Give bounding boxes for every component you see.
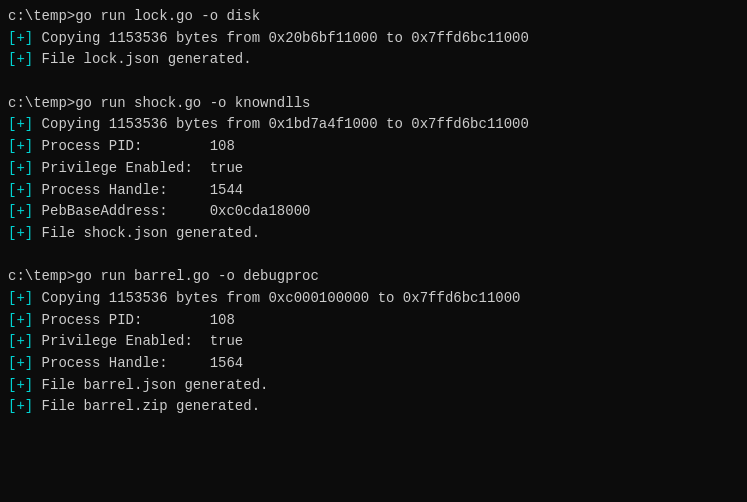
output-text: Privilege Enabled: true bbox=[42, 160, 244, 176]
output-text: Privilege Enabled: true bbox=[42, 333, 244, 349]
prompt-line: c:\temp>go run shock.go -o knowndlls bbox=[8, 93, 739, 115]
output-line: [+] Copying 1153536 bytes from 0x1bd7a4f… bbox=[8, 114, 739, 136]
output-text: Process Handle: 1544 bbox=[42, 182, 244, 198]
output-prefix: [+] bbox=[8, 138, 42, 154]
output-prefix: [+] bbox=[8, 333, 42, 349]
terminal-window: c:\temp>go run lock.go -o disk[+] Copyin… bbox=[8, 6, 739, 496]
output-prefix: [+] bbox=[8, 203, 42, 219]
output-line: [+] Process PID: 108 bbox=[8, 310, 739, 332]
output-prefix: [+] bbox=[8, 225, 42, 241]
output-line: [+] Privilege Enabled: true bbox=[8, 331, 739, 353]
output-prefix: [+] bbox=[8, 355, 42, 371]
output-prefix: [+] bbox=[8, 377, 42, 393]
output-text: File barrel.json generated. bbox=[42, 377, 269, 393]
output-line: [+] PebBaseAddress: 0xc0cda18000 bbox=[8, 201, 739, 223]
output-line: [+] Privilege Enabled: true bbox=[8, 158, 739, 180]
output-prefix: [+] bbox=[8, 51, 42, 67]
output-text: File lock.json generated. bbox=[42, 51, 252, 67]
output-prefix: [+] bbox=[8, 312, 42, 328]
output-line: [+] Process Handle: 1544 bbox=[8, 180, 739, 202]
output-text: Copying 1153536 bytes from 0xc000100000 … bbox=[42, 290, 521, 306]
output-text: Copying 1153536 bytes from 0x1bd7a4f1000… bbox=[42, 116, 529, 132]
output-line: [+] Process Handle: 1564 bbox=[8, 353, 739, 375]
output-line: [+] File shock.json generated. bbox=[8, 223, 739, 245]
output-prefix: [+] bbox=[8, 116, 42, 132]
blank-line bbox=[8, 71, 739, 93]
output-line: [+] File barrel.json generated. bbox=[8, 375, 739, 397]
output-text: File shock.json generated. bbox=[42, 225, 260, 241]
output-text: Process Handle: 1564 bbox=[42, 355, 244, 371]
output-prefix: [+] bbox=[8, 398, 42, 414]
output-line: [+] File barrel.zip generated. bbox=[8, 396, 739, 418]
output-prefix: [+] bbox=[8, 290, 42, 306]
prompt-line: c:\temp>go run lock.go -o disk bbox=[8, 6, 739, 28]
output-text: Process PID: 108 bbox=[42, 312, 235, 328]
output-text: PebBaseAddress: 0xc0cda18000 bbox=[42, 203, 311, 219]
output-prefix: [+] bbox=[8, 30, 42, 46]
blank-line bbox=[8, 245, 739, 267]
output-prefix: [+] bbox=[8, 160, 42, 176]
prompt-line: c:\temp>go run barrel.go -o debugproc bbox=[8, 266, 739, 288]
output-line: [+] Copying 1153536 bytes from 0x20b6bf1… bbox=[8, 28, 739, 50]
output-text: Copying 1153536 bytes from 0x20b6bf11000… bbox=[42, 30, 529, 46]
output-line: [+] Copying 1153536 bytes from 0xc000100… bbox=[8, 288, 739, 310]
output-line: [+] File lock.json generated. bbox=[8, 49, 739, 71]
output-prefix: [+] bbox=[8, 182, 42, 198]
output-text: File barrel.zip generated. bbox=[42, 398, 260, 414]
output-text: Process PID: 108 bbox=[42, 138, 235, 154]
output-line: [+] Process PID: 108 bbox=[8, 136, 739, 158]
